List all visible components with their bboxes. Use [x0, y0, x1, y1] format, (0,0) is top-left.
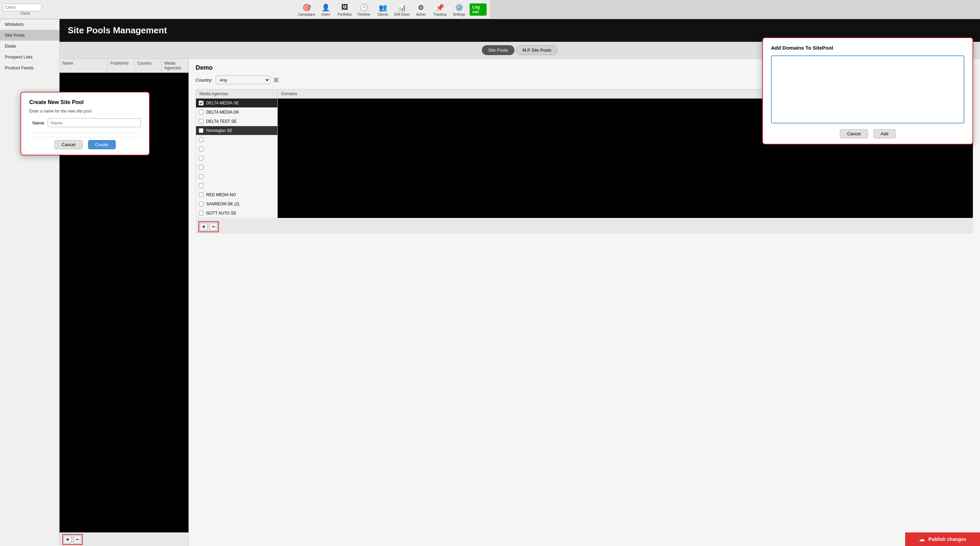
- add-domain-button[interactable]: +: [200, 223, 208, 231]
- timeline-icon: 🕐: [359, 3, 369, 12]
- toolbar-icons: 🎯 Campaigns 👤 Users 🖼 Portfolios 🕐 Timel…: [298, 2, 487, 17]
- agency-item-delta-test-se[interactable]: DELTA TEST SE: [196, 117, 277, 126]
- create-modal-title: Create New Site Pool: [29, 99, 141, 105]
- clients-label: Clients: [378, 13, 388, 16]
- agency-cb-empty-1[interactable]: [199, 137, 204, 142]
- tab-bar: Site Pools M.P Site Pools: [60, 42, 490, 59]
- tracking-icon: 📌: [435, 3, 445, 12]
- agency-cb-norwegian-se[interactable]: [199, 128, 204, 133]
- table-section: Name Published Country Media Agencies + …: [60, 59, 189, 273]
- users-icon: 👤: [321, 3, 331, 12]
- agency-cb-empty-4[interactable]: [199, 165, 204, 170]
- agency-label-norwegian-se: Norwegian SE: [206, 128, 232, 133]
- client-label: Client: [20, 11, 30, 15]
- col-country: Country: [135, 59, 162, 72]
- create-modal-create-button[interactable]: Create: [88, 140, 116, 149]
- agency-item-empty-6[interactable]: [196, 181, 277, 190]
- tracking-label: Tracking: [434, 13, 447, 16]
- col-media-agencies: Media Agencies: [162, 59, 189, 72]
- create-modal-name-label: Name: [29, 121, 44, 125]
- domains-header: Domains: [278, 89, 490, 98]
- agency-item-empty-5[interactable]: [196, 172, 277, 181]
- page-header: Site Pools Management: [60, 19, 490, 42]
- agency-cb-empty-6[interactable]: [199, 183, 204, 188]
- pool-title: Demo: [196, 64, 490, 71]
- agency-cb-red-media-no[interactable]: [199, 192, 204, 197]
- clients-icon: 👥: [378, 3, 388, 12]
- portfolios-icon: 🖼: [340, 3, 350, 12]
- agencies-col: Media Agencies DELTA MEDIA SE DELTA MEDI…: [196, 89, 278, 218]
- agencies-list: DELTA MEDIA SE DELTA MEDIA DK DELTA TEST…: [196, 98, 277, 218]
- campaigns-label: Campaigns: [298, 13, 315, 16]
- country-arrow-icon[interactable]: ⊞: [274, 76, 279, 84]
- col-name: Name: [60, 59, 108, 72]
- timeline-nav[interactable]: 🕐 Timeline: [355, 2, 373, 17]
- agency-item-empty-2[interactable]: [196, 144, 277, 154]
- agencies-header: Media Agencies: [196, 89, 277, 98]
- agency-item-sanreon-dk[interactable]: SANREON DK (2): [196, 200, 277, 209]
- agency-item-norwegian-se[interactable]: Norwegian SE: [196, 126, 277, 135]
- create-site-pool-modal: Create New Site Pool Enter a name for th…: [21, 92, 150, 156]
- agencies-domains-panel: Media Agencies DELTA MEDIA SE DELTA MEDI…: [196, 89, 490, 218]
- agency-cb-delta-media-se[interactable]: [199, 101, 204, 105]
- users-nav[interactable]: 👤 Users: [317, 2, 335, 17]
- agency-item-red-media-no[interactable]: RED MEDIA NO: [196, 190, 277, 200]
- logout-btn[interactable]: Log out: [469, 3, 487, 16]
- agency-cb-delta-media-dk[interactable]: [199, 110, 204, 114]
- settings-label: Settings: [453, 13, 465, 16]
- client-input[interactable]: [3, 4, 42, 11]
- agency-item-empty-3[interactable]: [196, 154, 277, 163]
- agency-label-delta-media-dk: DELTA MEDIA DK: [206, 110, 239, 114]
- agency-label-delta-media-se: DELTA MEDIA SE: [206, 101, 239, 105]
- agency-item-delta-media-dk[interactable]: DELTA MEDIA DK: [196, 108, 277, 117]
- agency-item-delta-media-se[interactable]: DELTA MEDIA SE: [196, 98, 277, 108]
- right-panel-footer: + −: [196, 220, 490, 233]
- portfolios-nav[interactable]: 🖼 Portfolios: [336, 2, 354, 17]
- agency-cb-empty-5[interactable]: [199, 174, 204, 179]
- col-published: Published: [108, 59, 134, 72]
- domains-col: Domains: [278, 89, 490, 218]
- sidebar-item-deals[interactable]: Deals: [0, 41, 59, 52]
- campaigns-icon: 🎯: [302, 3, 311, 12]
- agency-cb-delta-test-se[interactable]: [199, 119, 204, 124]
- content-area: Name Published Country Media Agencies + …: [60, 59, 490, 273]
- settings-nav[interactable]: ⚙️ Settings: [450, 2, 468, 17]
- agency-item-gott-auto-se[interactable]: GOTT AUTO SE: [196, 209, 277, 218]
- sidebar-item-sitepools[interactable]: Site Pools: [0, 30, 59, 41]
- tab-site-pools[interactable]: Site Pools: [482, 45, 490, 55]
- agency-cb-empty-3[interactable]: [199, 156, 204, 160]
- domains-content: [278, 98, 490, 218]
- country-row: Country: Any ⊞: [196, 76, 490, 84]
- create-modal-buttons: Cancel Create: [29, 137, 141, 149]
- agency-item-empty-1[interactable]: [196, 135, 277, 144]
- sidebar-item-prospectlists[interactable]: Prospect Lists: [0, 52, 59, 63]
- agency-cb-sanreon-dk[interactable]: [199, 202, 204, 206]
- country-label: Country:: [196, 78, 212, 83]
- logout-nav[interactable]: Log out: [469, 2, 487, 17]
- clients-nav[interactable]: 👥 Clients: [374, 2, 392, 17]
- drilldown-nav[interactable]: 📊 Drill Down: [393, 2, 411, 17]
- admin-label: Admin: [416, 13, 426, 16]
- agency-label-red-media-no: RED MEDIA NO: [206, 192, 236, 197]
- agency-cb-gott-auto-se[interactable]: [199, 211, 204, 216]
- sidebar-item-productfeeds[interactable]: Product Feeds: [0, 63, 59, 73]
- country-select[interactable]: Any: [216, 76, 270, 84]
- admin-nav[interactable]: ⚙ Admin: [412, 2, 430, 17]
- campaigns-nav[interactable]: 🎯 Campaigns: [298, 2, 316, 17]
- tracking-nav[interactable]: 📌 Tracking: [431, 2, 449, 17]
- agency-cb-empty-2[interactable]: [199, 146, 204, 151]
- create-modal-name-input[interactable]: [48, 118, 141, 127]
- remove-domain-button[interactable]: −: [209, 223, 218, 231]
- create-modal-cancel-button[interactable]: Cancel: [54, 140, 82, 149]
- create-modal-desc: Enter a name for the new site pool: [29, 109, 141, 114]
- table-header: Name Published Country Media Agencies: [60, 59, 189, 73]
- agency-item-empty-4[interactable]: [196, 163, 277, 172]
- admin-icon: ⚙: [416, 3, 426, 12]
- right-panel: Demo Country: Any ⊞ Media Agencies: [189, 59, 490, 273]
- drilldown-label: Drill Down: [394, 13, 410, 16]
- agency-label-gott-auto-se: GOTT AUTO SE: [206, 211, 236, 216]
- users-label: Users: [321, 13, 330, 16]
- agency-label-delta-test-se: DELTA TEST SE: [206, 119, 237, 124]
- toolbar: Client 🎯 Campaigns 👤 Users 🖼 Portfolios …: [0, 0, 490, 19]
- sidebar-item-whitelists[interactable]: Whitelists: [0, 19, 59, 30]
